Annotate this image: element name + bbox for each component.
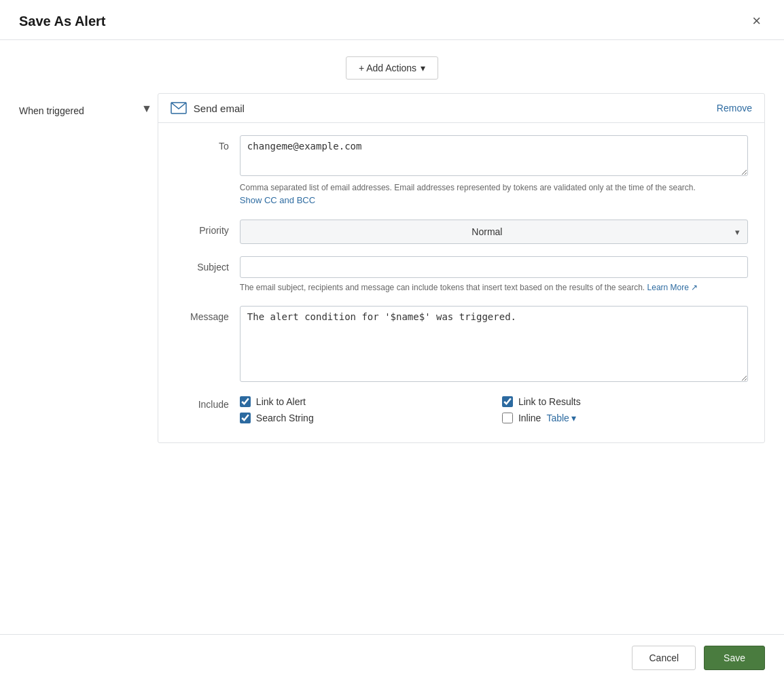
- table-dropdown-arrow-icon: ▾: [571, 413, 576, 423]
- link-to-alert-label: Link to Alert: [256, 396, 306, 407]
- message-row: Message The alert condition for '$name$'…: [175, 306, 748, 384]
- action-card-body: To changeme@example.com Comma separated …: [158, 123, 764, 442]
- priority-select[interactable]: Highest High Normal Low Lowest: [240, 220, 748, 244]
- to-input[interactable]: changeme@example.com: [240, 135, 748, 176]
- send-email-label: Send email: [194, 103, 245, 114]
- subject-row: Subject Splunk Alert: $name$ The email s…: [175, 256, 748, 294]
- close-button[interactable]: ×: [748, 12, 765, 30]
- table-dropdown-label: Table: [546, 413, 569, 423]
- collapse-button[interactable]: ▼: [141, 93, 158, 115]
- when-triggered-label: When triggered: [19, 93, 141, 116]
- show-cc-link[interactable]: Show CC and BCC: [240, 195, 315, 205]
- search-string-label: Search String: [256, 413, 314, 423]
- action-card-header: Send email Remove: [158, 94, 764, 123]
- subject-label: Subject: [175, 256, 229, 273]
- to-label: To: [175, 135, 229, 152]
- message-control-wrap: The alert condition for '$name$' was tri…: [240, 306, 748, 384]
- to-row: To changeme@example.com Comma separated …: [175, 135, 748, 207]
- table-dropdown-button[interactable]: Table ▾: [546, 413, 575, 423]
- action-card-email: Send email Remove To changeme@example.co…: [158, 93, 765, 443]
- checkbox-search-string: Search String: [240, 413, 486, 423]
- to-hint: Comma separated list of email addresses.…: [240, 181, 748, 207]
- subject-control-wrap: Splunk Alert: $name$ The email subject, …: [240, 256, 748, 294]
- learn-more-link[interactable]: Learn More ↗: [647, 283, 698, 292]
- inline-checkbox[interactable]: [502, 413, 513, 423]
- modal-body: + Add Actions ▾ When triggered ▼ Send e: [0, 40, 784, 634]
- include-label: Include: [175, 396, 229, 410]
- inline-label: Inline: [518, 413, 541, 423]
- add-actions-row: + Add Actions ▾: [19, 56, 765, 80]
- checkbox-link-to-results: Link to Results: [502, 396, 748, 407]
- modal-footer: Cancel Save: [0, 634, 784, 681]
- add-actions-button[interactable]: + Add Actions ▾: [346, 56, 438, 80]
- message-input[interactable]: The alert condition for '$name$' was tri…: [240, 306, 748, 382]
- modal-save-as-alert: Save As Alert × + Add Actions ▾ When tri…: [0, 0, 784, 681]
- email-icon: [171, 102, 187, 114]
- priority-label: Priority: [175, 220, 229, 236]
- link-to-results-checkbox[interactable]: [502, 396, 513, 407]
- search-string-checkbox[interactable]: [240, 413, 251, 423]
- cancel-button[interactable]: Cancel: [632, 646, 696, 670]
- include-section: Include Link to Alert Link to Results: [175, 396, 748, 423]
- link-to-alert-checkbox[interactable]: [240, 396, 251, 407]
- subject-input[interactable]: Splunk Alert: $name$: [240, 256, 748, 278]
- remove-button[interactable]: Remove: [717, 103, 752, 114]
- priority-row: Priority Highest High Normal Low Lowest: [175, 220, 748, 244]
- checkbox-inline: Inline Table ▾: [502, 413, 748, 423]
- modal-title: Save As Alert: [19, 14, 105, 29]
- add-actions-label: + Add Actions: [359, 63, 416, 73]
- action-card-title: Send email: [171, 102, 245, 114]
- dropdown-arrow-icon: ▾: [421, 63, 425, 73]
- message-label: Message: [175, 306, 229, 322]
- priority-control-wrap: Highest High Normal Low Lowest: [240, 220, 748, 244]
- modal-header: Save As Alert ×: [0, 0, 784, 40]
- include-checkboxes: Link to Alert Link to Results Search Str…: [240, 396, 748, 423]
- subject-hint: The email subject, recipients and messag…: [240, 281, 748, 294]
- to-control-wrap: changeme@example.com Comma separated lis…: [240, 135, 748, 207]
- link-to-results-label: Link to Results: [518, 396, 581, 407]
- when-triggered-row: When triggered ▼ Send email Remove: [19, 93, 765, 443]
- save-button[interactable]: Save: [704, 646, 765, 670]
- checkbox-link-to-alert: Link to Alert: [240, 396, 486, 407]
